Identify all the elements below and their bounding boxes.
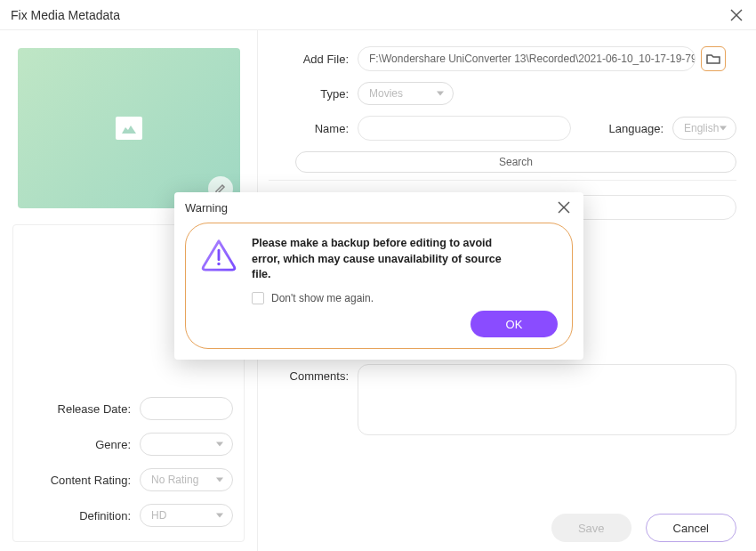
svg-point-7	[217, 263, 220, 265]
warning-dialog: Warning	[174, 192, 583, 360]
warning-triangle-icon	[200, 236, 237, 276]
ok-button[interactable]: OK	[470, 311, 558, 337]
dialog-message: Please make a backup before editing to a…	[252, 236, 519, 283]
dialog-close-icon[interactable]	[555, 199, 573, 216]
dialog-title: Warning	[185, 201, 228, 215]
dont-show-checkbox[interactable]	[252, 292, 264, 304]
modal-overlay: Warning	[0, 0, 756, 551]
dont-show-label: Don't show me again.	[271, 292, 374, 304]
